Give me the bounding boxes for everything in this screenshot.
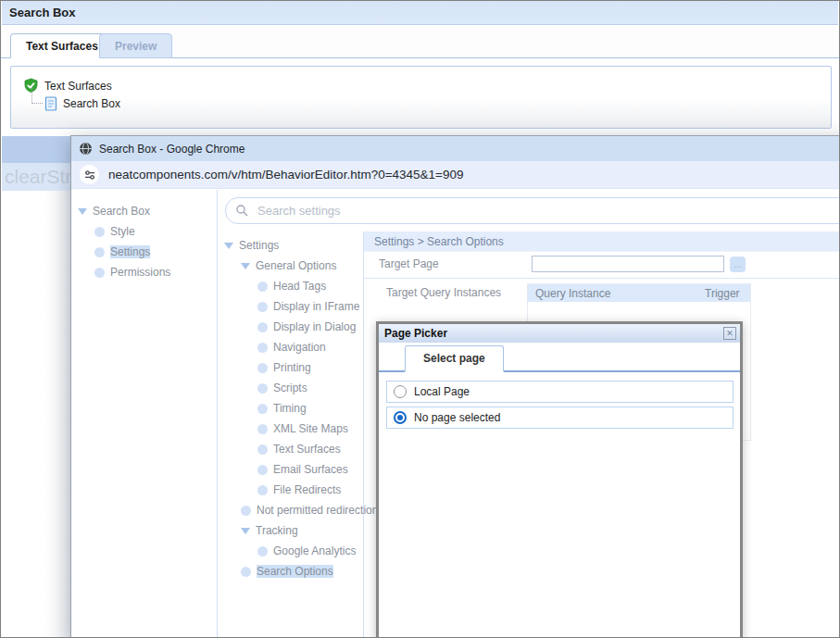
tree-item-settings[interactable]: Settings [218,235,363,256]
query-instances-label: Target Query Instances [386,286,501,299]
url-text[interactable]: neatcomponents.com/v/htm/BehaviorEditor.… [108,168,464,181]
background-strip [2,191,72,637]
search-strip: Search settings [218,190,840,231]
window-header: Search Box [2,1,838,25]
settings-tree-panel: SettingsGeneral OptionsHead TagsDisplay … [218,231,364,638]
bullet-icon [257,465,268,475]
tree-item-xml-site-maps[interactable]: XML Site Maps [218,419,363,439]
bullet-icon [257,546,268,557]
close-icon[interactable]: ✕ [723,327,736,340]
browse-button[interactable]: ... [730,256,746,272]
tree-item-google-analytics[interactable]: Google Analytics [218,541,363,561]
tree-item-label: General Options [256,259,336,272]
bullet-icon [94,268,105,278]
bullet-icon [257,363,268,373]
tree-item-tracking[interactable]: Tracking [218,520,363,541]
tree-item-general-options[interactable]: General Options [218,256,363,276]
table-header-row: Query InstanceTrigger [528,284,750,302]
chrome-titlebar[interactable]: Search Box - Google Chrome [71,136,840,161]
bullet-icon [257,322,268,332]
document-icon [44,96,57,111]
tree-item-label: Search Box [93,205,150,218]
expand-triangle-icon [78,208,87,215]
dialog-titlebar[interactable]: Page Picker ✕ [379,324,740,343]
tree-item-not-permitted-redirection[interactable]: Not permitted redirection [218,500,363,520]
tree-item-settings[interactable]: Settings [71,242,217,262]
tree-item-label: Search Options [257,565,333,578]
dialog-tab-strip: Select page [379,343,740,372]
bullet-icon [257,343,268,353]
expand-triangle-icon [241,263,250,269]
tree-item-permissions[interactable]: Permissions [71,262,217,282]
tree-node-label: Search Box [63,97,120,110]
tree-item-label: Google Analytics [273,544,356,557]
tree-item-scripts[interactable]: Scripts [218,378,363,398]
tree-item-search-options[interactable]: Search Options [218,561,363,582]
dialog-title: Page Picker [384,327,447,340]
radio-option-local-page[interactable]: Local Page [386,381,733,403]
site-settings-icon[interactable] [80,165,99,184]
section-divider [364,278,839,279]
column-header-query-instance: Query Instance [528,284,697,302]
tab-select-page[interactable]: Select page [405,345,504,372]
tree-item-label: XML Site Maps [273,422,348,435]
radio-option-label: Local Page [414,385,470,398]
tree-item-printing[interactable]: Printing [218,357,363,378]
tree-item-email-surfaces[interactable]: Email Surfaces [218,459,363,480]
bullet-icon [257,485,268,495]
tree-item-search-box[interactable]: Search Box [71,201,217,221]
bullet-icon [241,567,251,577]
behavior-sidebar: Search BoxStyleSettingsPermissions [71,190,218,638]
target-page-label: Target Page [379,257,439,270]
background-blue-band [2,136,72,163]
radio-selected-icon[interactable] [394,411,407,424]
tree-node-label: Text Surfaces [44,80,112,93]
text-surfaces-panel: Text Surfaces Search Box [10,66,832,129]
main-tab-strip: Text Surfaces Preview [1,25,839,58]
target-page-input[interactable] [532,256,724,272]
tree-item-label: Email Surfaces [273,463,348,476]
expand-triangle-icon [241,528,250,534]
tab-preview[interactable]: Preview [99,33,172,58]
tree-item-label: File Redirects [273,483,341,496]
tree-item-head-tags[interactable]: Head Tags [218,276,363,296]
bullet-icon [257,424,268,434]
chrome-window-title: Search Box - Google Chrome [99,143,244,156]
globe-icon [79,142,93,156]
tree-item-style[interactable]: Style [71,221,217,242]
tree-item-label: Scripts [273,382,307,394]
tree-item-display-in-iframe[interactable]: Display in IFrame [218,296,363,317]
tree-item-label: Not permitted redirection [257,504,378,517]
tree-connector [31,87,43,104]
tree-item-label: Navigation [273,341,326,354]
window-title: Search Box [9,6,76,19]
breadcrumb-text: Settings > Search Options [374,235,504,248]
tree-item-label: Display in IFrame [273,300,359,313]
tab-label: Preview [115,40,157,53]
bullet-icon [257,444,268,455]
tree-node-search-box[interactable]: Search Box [44,96,120,111]
expand-triangle-icon [224,243,233,249]
bullet-icon [257,302,268,312]
tree-item-text-surfaces[interactable]: Text Surfaces [218,439,363,459]
tree-item-timing[interactable]: Timing [218,398,363,419]
tree-item-label: Settings [110,245,150,258]
tree-item-navigation[interactable]: Navigation [218,337,363,357]
tree-item-label: Tracking [256,524,298,537]
tree-item-label: Style [110,225,135,238]
tree-item-file-redirects[interactable]: File Redirects [218,480,363,500]
radio-option-no-page-selected[interactable]: No page selected [386,407,733,429]
bullet-icon [241,506,251,516]
tree-item-label: Text Surfaces [273,443,341,456]
search-icon [235,204,249,218]
tree-item-label: Printing [273,361,311,374]
tree-item-display-in-dialog[interactable]: Display in Dialog [218,317,363,337]
settings-search-box[interactable]: Search settings [225,197,840,224]
radio-unselected-icon[interactable] [394,385,407,398]
column-header-trigger: Trigger [697,284,750,302]
tree-item-label: Display in Dialog [273,320,356,333]
chrome-url-bar[interactable]: neatcomponents.com/v/htm/BehaviorEditor.… [71,161,840,189]
dialog-body: Local PageNo page selected [379,372,740,441]
tree-item-label: Head Tags [273,280,326,293]
tab-label: Select page [423,352,485,365]
